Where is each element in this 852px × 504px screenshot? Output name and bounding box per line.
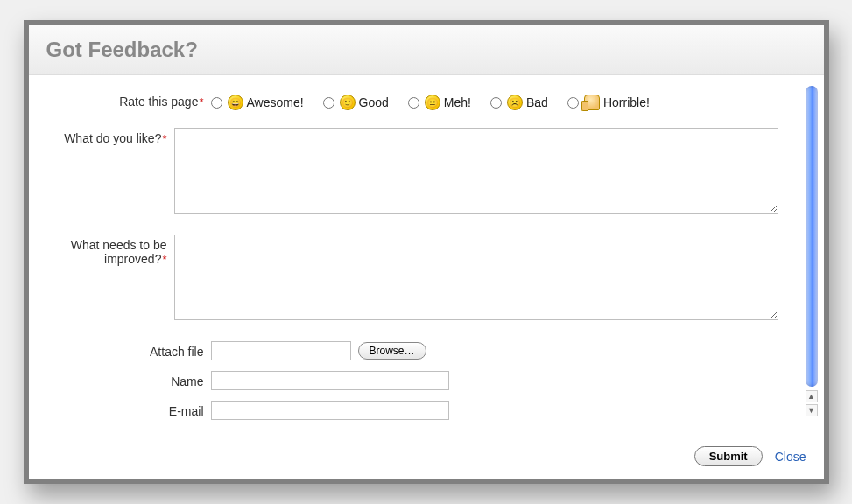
scrollbar[interactable]: ▲ ▼	[805, 86, 819, 416]
rate-radio-awesome[interactable]	[211, 97, 222, 108]
email-input[interactable]	[211, 401, 449, 420]
name-label: Name	[53, 371, 211, 388]
rate-options: 😄 Awesome! 🙂 Good 😐 Meh!	[211, 91, 778, 110]
like-row: What do you like?*	[53, 128, 799, 217]
rate-radio-good[interactable]	[323, 97, 334, 108]
improve-label: What needs to be improved?*	[53, 234, 174, 266]
rate-option-good[interactable]: 🙂 Good	[323, 94, 389, 110]
dialog-body: ▲ ▼ Rate this page* 😄 Awesome!	[29, 75, 824, 438]
face-bad-icon: ☹️	[507, 94, 523, 110]
attach-file-input[interactable]	[211, 341, 351, 360]
dialog-footer: Submit Close	[29, 438, 824, 479]
rate-label: Rate this page*	[53, 91, 211, 108]
rate-option-bad[interactable]: ☹️ Bad	[490, 94, 548, 110]
rate-row: Rate this page* 😄 Awesome! 🙂 Good	[53, 91, 799, 110]
name-input[interactable]	[211, 371, 449, 390]
face-good-icon: 🙂	[340, 94, 356, 110]
browse-button[interactable]: Browse…	[358, 342, 426, 360]
name-row: Name	[53, 371, 799, 390]
attach-label: Attach file	[53, 341, 211, 359]
modal-overlay: Got Feedback? ▲ ▼ Rate this page*	[24, 20, 829, 484]
like-textarea[interactable]	[174, 128, 778, 214]
scrollbar-track[interactable]	[806, 86, 818, 387]
dialog-header: Got Feedback?	[29, 25, 824, 75]
thumbs-down-icon	[584, 94, 600, 110]
improve-row: What needs to be improved?*	[53, 234, 799, 324]
rate-radio-meh[interactable]	[408, 97, 419, 108]
rate-option-awesome[interactable]: 😄 Awesome!	[211, 94, 304, 110]
face-meh-icon: 😐	[425, 94, 440, 110]
improve-textarea[interactable]	[174, 234, 778, 320]
scroll-down-icon[interactable]: ▼	[806, 404, 818, 416]
submit-button[interactable]: Submit	[694, 446, 763, 466]
email-label: E-mail	[53, 401, 211, 418]
feedback-dialog: Got Feedback? ▲ ▼ Rate this page*	[29, 25, 824, 479]
attach-row: Attach file Browse…	[53, 341, 799, 360]
required-mark: *	[162, 253, 166, 266]
required-mark: *	[162, 132, 166, 145]
like-label: What do you like?*	[53, 128, 174, 145]
rate-radio-bad[interactable]	[490, 97, 502, 108]
scroll-up-icon[interactable]: ▲	[806, 390, 818, 402]
rate-radio-horrible[interactable]	[567, 97, 579, 108]
close-link[interactable]: Close	[775, 450, 806, 464]
rate-option-horrible[interactable]: Horrible!	[567, 94, 650, 110]
email-row: E-mail	[53, 401, 799, 420]
face-awesome-icon: 😄	[228, 94, 243, 110]
required-mark: *	[199, 95, 203, 108]
dialog-title: Got Feedback?	[46, 38, 806, 62]
rate-option-meh[interactable]: 😐 Meh!	[408, 94, 471, 110]
